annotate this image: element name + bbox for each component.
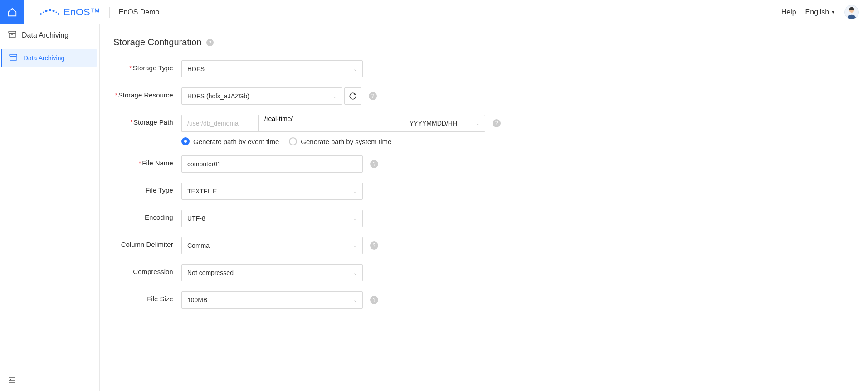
row-column-delimiter: Column Delimiter : Comma ⌄ ? [113,237,854,254]
svg-point-4 [53,10,55,12]
select-file-type[interactable]: TEXTFILE ⌄ [181,183,363,200]
radio-event-time[interactable]: Generate path by event time [181,137,279,145]
sidebar: Data Archiving Data Archiving [0,24,100,391]
svg-point-1 [43,11,44,13]
section-title: Storage Configuration ? [113,37,854,48]
select-value: UTF-8 [187,215,205,222]
brand-logo[interactable]: EnOS™ [24,6,109,18]
sidebar-title: Data Archiving [22,31,68,39]
row-file-name: *File Name : ? [113,155,854,173]
row-storage-resource: *Storage Resource : HDFS (hdfs_aJAZGb) ⌄… [113,87,854,105]
home-icon [7,7,17,17]
select-encoding[interactable]: UTF-8 ⌄ [181,210,363,227]
row-file-type: File Type : TEXTFILE ⌄ [113,183,854,200]
row-file-size: File Size : 100MB ⌄ ? [113,291,854,309]
chevron-down-icon: ⌄ [353,298,357,303]
sidebar-footer [0,371,99,391]
select-value: YYYYMMDD/HH [410,120,457,127]
chevron-down-icon: ⌄ [353,216,357,221]
radio-icon [181,137,190,145]
radio-system-time[interactable]: Generate path by system time [289,137,391,145]
row-storage-type: *Storage Type : HDFS ⌄ [113,60,854,77]
svg-point-3 [49,9,51,11]
select-value: Not compressed [187,269,234,276]
org-name: EnOS Demo [119,8,160,16]
refresh-icon [349,92,357,100]
chevron-down-icon: ⌄ [353,189,357,194]
row-compression: Compression : Not compressed ⌄ [113,264,854,281]
top-bar: EnOS™ EnOS Demo Help English ▼ [0,0,868,24]
label-file-size: File Size : [113,291,181,303]
path-group: /user/db_demoma YYYYMMDD/HH ⌄ [181,115,485,132]
svg-rect-12 [10,56,16,61]
select-file-size[interactable]: 100MB ⌄ [181,291,363,309]
radio-label: Generate path by system time [301,138,391,145]
label-storage-type: *Storage Type : [113,60,181,72]
svg-point-5 [56,11,57,13]
path-radio-group: Generate path by event time Generate pat… [181,137,501,145]
select-storage-type[interactable]: HDFS ⌄ [181,60,363,77]
user-avatar[interactable] [844,5,859,19]
language-label: English [805,8,829,16]
label-column-delimiter: Column Delimiter : [113,237,181,248]
brand-name: EnOS™ [63,6,100,18]
select-storage-resource[interactable]: HDFS (hdfs_aJAZGb) ⌄ [181,87,342,105]
label-storage-path: *Storage Path : [113,115,181,126]
radio-label: Generate path by event time [193,138,279,145]
language-selector[interactable]: English ▼ [805,8,835,16]
home-button[interactable] [0,0,24,24]
logo-dots-icon [38,8,60,17]
help-icon[interactable]: ? [370,160,378,168]
select-value: 100MB [187,296,207,304]
row-storage-path: *Storage Path : /user/db_demoma YYYYMMDD… [113,115,854,145]
label-compression: Compression : [113,264,181,275]
svg-point-2 [45,10,48,12]
label-encoding: Encoding : [113,210,181,221]
storage-path-input[interactable] [264,115,398,122]
avatar-icon [845,5,858,19]
sidebar-item-data-archiving[interactable]: Data Archiving [1,49,97,67]
refresh-button[interactable] [344,87,361,105]
label-storage-resource: *Storage Resource : [113,87,181,99]
row-encoding: Encoding : UTF-8 ⌄ [113,210,854,227]
radio-icon [289,137,297,145]
help-icon[interactable]: ? [369,92,377,100]
divider [109,7,110,18]
path-input-wrapper [258,115,404,132]
svg-point-0 [40,13,42,15]
collapse-icon[interactable] [8,377,16,385]
select-value: HDFS (hdfs_aJAZGb) [187,92,249,100]
file-name-input[interactable] [187,160,357,168]
file-name-input-wrapper [181,155,363,173]
svg-point-6 [58,13,59,15]
help-link[interactable]: Help [781,8,796,16]
chevron-down-icon: ⌄ [476,121,479,126]
sidebar-item-label: Data Archiving [24,54,64,62]
svg-rect-9 [9,33,15,38]
label-file-type: File Type : [113,183,181,194]
help-icon[interactable]: ? [206,39,214,46]
help-icon[interactable]: ? [493,119,501,127]
caret-down-icon: ▼ [831,10,835,14]
chevron-down-icon: ⌄ [333,94,336,99]
path-prefix: /user/db_demoma [181,115,258,132]
chevron-down-icon: ⌄ [353,243,357,248]
main-content: Storage Configuration ? *Storage Type : … [100,24,868,391]
select-value: TEXTFILE [187,188,217,195]
select-value: Comma [187,242,210,249]
help-icon[interactable]: ? [370,241,378,250]
chevron-down-icon: ⌄ [353,67,357,72]
help-icon[interactable]: ? [370,296,378,304]
archive-icon [9,54,17,63]
select-value: HDFS [187,65,205,72]
select-column-delimiter[interactable]: Comma ⌄ [181,237,363,254]
select-path-pattern[interactable]: YYYYMMDD/HH ⌄ [404,115,485,132]
sidebar-header: Data Archiving [0,24,99,46]
select-compression[interactable]: Not compressed ⌄ [181,264,363,281]
chevron-down-icon: ⌄ [353,270,357,275]
label-file-name: *File Name : [113,155,181,167]
archive-icon [8,31,16,40]
